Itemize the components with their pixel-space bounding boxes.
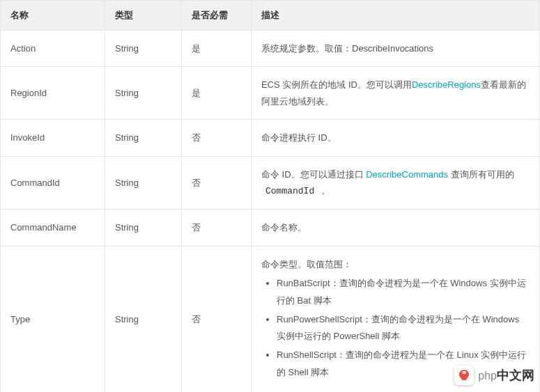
desc-text: 命令 ID。您可以通过接口 bbox=[261, 169, 366, 180]
list-item: RunShellScript：查询的命令进程为是一个在 Linux 实例中运行的… bbox=[277, 347, 530, 381]
desc-text: 命令名称。 bbox=[261, 222, 307, 233]
parameters-table: 名称 类型 是否必需 描述 ActionString是系统规定参数。取值：Des… bbox=[0, 0, 540, 392]
header-required: 是否必需 bbox=[182, 1, 252, 31]
table-row: ActionString是系统规定参数。取值：DescribeInvocatio… bbox=[1, 31, 540, 67]
header-name: 名称 bbox=[1, 1, 105, 31]
cell-required: 否 bbox=[182, 156, 252, 210]
cell-description: 命令 ID。您可以通过接口 DescribeCommands 查询所有可用的 C… bbox=[252, 156, 540, 210]
desc-text: 系统规定参数。取值：DescribeInvocations bbox=[261, 43, 433, 54]
cell-description: ECS 实例所在的地域 ID。您可以调用DescribeRegions查看最新的… bbox=[252, 67, 540, 120]
cell-name: CommandId bbox=[1, 156, 105, 210]
cell-type: String bbox=[105, 156, 182, 210]
cell-description: 命令类型。取值范围：RunBatScript：查询的命令进程为是一个在 Wind… bbox=[252, 246, 540, 392]
desc-list: RunBatScript：查询的命令进程为是一个在 Windows 实例中运行的… bbox=[261, 275, 530, 381]
desc-text: ECS 实例所在的地域 ID。您可以调用 bbox=[261, 79, 412, 90]
desc-text: 查询所有可用的 bbox=[448, 169, 514, 180]
desc-text: 。 bbox=[318, 185, 330, 196]
desc-intro: 命令类型。取值范围： bbox=[261, 256, 530, 272]
header-type: 类型 bbox=[105, 1, 182, 31]
cell-required: 是 bbox=[182, 31, 252, 67]
cell-name: InvokeId bbox=[1, 120, 105, 156]
cell-description: 命令名称。 bbox=[252, 210, 540, 246]
cell-required: 否 bbox=[182, 210, 252, 246]
cell-type: String bbox=[105, 120, 182, 156]
table-row: RegionIdString是ECS 实例所在的地域 ID。您可以调用Descr… bbox=[1, 67, 540, 120]
header-description: 描述 bbox=[252, 1, 540, 31]
link-describe-commands[interactable]: DescribeCommands bbox=[366, 169, 448, 180]
cell-type: String bbox=[105, 31, 182, 67]
cell-required: 是 bbox=[182, 67, 252, 120]
code-commandid: CommandId bbox=[261, 185, 318, 197]
cell-required: 否 bbox=[182, 120, 252, 156]
cell-name: Type bbox=[1, 246, 105, 392]
cell-name: CommandName bbox=[1, 210, 105, 246]
cell-required: 否 bbox=[182, 246, 252, 392]
table-row: InvokeIdString否命令进程执行 ID。 bbox=[1, 120, 540, 156]
table-row: TypeString否命令类型。取值范围：RunBatScript：查询的命令进… bbox=[1, 246, 540, 392]
cell-type: String bbox=[105, 246, 182, 392]
table-row: CommandIdString否命令 ID。您可以通过接口 DescribeCo… bbox=[1, 156, 540, 210]
cell-type: String bbox=[105, 210, 182, 246]
link-describe-regions[interactable]: DescribeRegions bbox=[412, 79, 481, 90]
list-item: RunBatScript：查询的命令进程为是一个在 Windows 实例中运行的… bbox=[277, 275, 530, 309]
table-row: CommandNameString否命令名称。 bbox=[1, 210, 540, 246]
cell-description: 系统规定参数。取值：DescribeInvocations bbox=[252, 31, 540, 67]
cell-name: RegionId bbox=[1, 67, 105, 120]
desc-text: 命令进程执行 ID。 bbox=[261, 132, 337, 143]
cell-type: String bbox=[105, 67, 182, 120]
header-row: 名称 类型 是否必需 描述 bbox=[1, 1, 540, 31]
cell-description: 命令进程执行 ID。 bbox=[252, 120, 540, 156]
cell-name: Action bbox=[1, 31, 105, 67]
list-item: RunPowerShellScript：查询的命令进程为是一个在 Windows… bbox=[277, 311, 530, 345]
